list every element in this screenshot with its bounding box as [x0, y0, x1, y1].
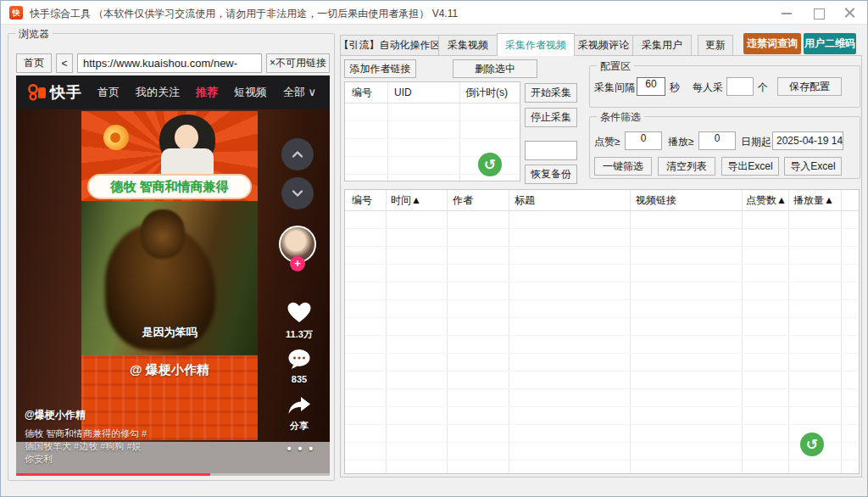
clear-list-button[interactable]: 清空列表	[658, 157, 715, 176]
prev-video-button[interactable]	[281, 138, 314, 170]
stop-collect-button[interactable]: 停止采集	[525, 108, 577, 127]
results-rows	[345, 211, 859, 474]
per-person-field[interactable]	[726, 77, 754, 96]
plays-filter-field[interactable]: 0	[698, 131, 736, 150]
per-unit-label: 个	[758, 81, 768, 95]
table-row	[345, 461, 859, 474]
tab-update[interactable]: 更新	[698, 35, 733, 55]
interval-field[interactable]: 60	[637, 77, 665, 96]
table-row	[345, 103, 520, 121]
col-title[interactable]: 标题	[515, 190, 535, 210]
nav-home[interactable]: 首页	[97, 85, 120, 100]
window-title: 快手综合工具 （本软件仅供学习交流使用，请勿用于非法用途，一切后果由使用者承担）…	[30, 7, 458, 21]
date-from-label: 日期起	[741, 135, 771, 149]
author-name[interactable]: @爆梗小作精	[25, 408, 262, 422]
video-byline: @ 爆梗小作精	[81, 362, 258, 378]
video-caption: @爆梗小作精 德牧 智商和情商兼得的修勾 # 德国牧羊犬 #边牧 #狗狗 #娱 …	[25, 408, 262, 466]
plays-filter-label: 播放≥	[668, 135, 694, 149]
col-countdown: 倒计时(s)	[465, 82, 508, 103]
config-group-label: 配置区	[597, 59, 634, 74]
back-button[interactable]: <	[56, 53, 73, 73]
heart-icon	[287, 301, 312, 324]
col-likes-sort[interactable]: 点赞数▲	[746, 190, 787, 210]
next-video-button[interactable]	[281, 177, 314, 209]
author-avatar[interactable]: +	[279, 226, 320, 263]
nav-all-dropdown[interactable]: 全部 ∨	[283, 85, 316, 100]
home-button[interactable]: 首页	[16, 53, 52, 73]
import-excel-button[interactable]: 导入Excel	[784, 157, 842, 176]
user-qr-button[interactable]: 用户二维码	[804, 33, 856, 54]
save-config-button[interactable]: 保存配置	[777, 77, 842, 96]
table-row	[345, 300, 859, 318]
url-input[interactable]: https://www.kuaishou.com/new-reco	[77, 53, 262, 73]
chevron-down-icon: ▼	[843, 137, 843, 145]
table-row	[345, 407, 859, 425]
table-row	[345, 336, 859, 354]
results-table[interactable]: 编号 时间▲ 作者 标题 视频链接 点赞数▲ 播放量▲	[344, 189, 860, 474]
start-collect-button[interactable]: 开始采集	[525, 83, 577, 103]
col-number[interactable]: 编号	[352, 190, 372, 210]
countdown-field[interactable]	[525, 141, 577, 160]
more-icon[interactable]: • • •	[286, 442, 316, 455]
delete-selected-button[interactable]: 删除选中	[453, 59, 537, 78]
follow-plus-icon[interactable]: +	[290, 256, 305, 271]
like-control[interactable]: 11.3万	[279, 301, 320, 341]
per-person-label: 每人采	[693, 81, 723, 95]
video-player[interactable]: 德牧 智商和情商兼得 是因为笨吗 @ 爆梗小作精 @爆梗小作精 德牧 智商和情商…	[16, 109, 330, 442]
share-arrow-icon	[287, 396, 311, 416]
col-plays-sort[interactable]: 播放量▲	[793, 190, 834, 210]
comment-control[interactable]: 835	[279, 349, 320, 384]
comment-icon	[287, 349, 311, 370]
tab-collect-comments[interactable]: 采视频评论	[574, 35, 633, 55]
app-logo-icon: 快	[9, 6, 23, 20]
col-video-link[interactable]: 视频链接	[636, 190, 676, 210]
table-row	[345, 282, 859, 300]
likes-filter-field[interactable]: 0	[625, 131, 662, 150]
kuaishou-logo-icon[interactable]: 快手	[28, 82, 82, 103]
like-count: 11.3万	[279, 328, 320, 341]
table-row	[345, 247, 859, 265]
maximize-icon[interactable]	[804, 1, 833, 25]
likes-filter-label: 点赞≥	[594, 135, 620, 149]
nav-recommend[interactable]: 推荐	[196, 85, 218, 100]
tab-collect-users[interactable]: 采集用户	[632, 35, 692, 55]
table-row	[345, 121, 520, 139]
video-subtitle: 是因为笨吗	[81, 325, 258, 340]
table-row	[345, 229, 859, 247]
restore-backup-button[interactable]: 恢复备份	[525, 165, 577, 184]
minimize-icon[interactable]	[772, 1, 801, 25]
share-control[interactable]: 分享	[279, 396, 320, 433]
col-time-sort[interactable]: 时间▲	[391, 190, 421, 210]
kuaishou-header: 快手 首页 我的关注 推荐 短视频 全部 ∨	[16, 75, 330, 109]
refresh-author-list-icon[interactable]: ↺	[478, 153, 502, 176]
refresh-results-icon[interactable]: ↺	[800, 433, 824, 456]
table-row	[345, 425, 859, 443]
app-window: 快 快手综合工具 （本软件仅供学习交流使用，请勿用于非法用途，一切后果由使用者承…	[0, 0, 868, 497]
browser-group-label: 浏览器	[15, 27, 53, 42]
share-label: 分享	[279, 420, 320, 433]
deadlink-button[interactable]: ×不可用链接	[266, 53, 330, 73]
date-from-value: 2025-04-19 14	[776, 135, 843, 147]
table-row	[345, 265, 859, 282]
filter-group-label: 条件筛选	[597, 110, 644, 125]
export-excel-button[interactable]: 导出Excel	[721, 157, 779, 176]
date-from-dropdown[interactable]: 2025-04-19 14 ▼	[772, 131, 843, 150]
banned-words-button[interactable]: 违禁词查询	[743, 33, 801, 54]
nav-shortvideo[interactable]: 短视频	[234, 85, 267, 100]
add-author-link-button[interactable]: 添加作者链接	[344, 59, 416, 78]
tab-collect-author-videos[interactable]: 采集作者视频	[497, 33, 575, 56]
tab-collect-videos[interactable]: 采集视频	[438, 35, 498, 55]
video-frame: 德牧 智商和情商兼得 是因为笨吗 @ 爆梗小作精	[81, 111, 258, 440]
title-bar: 快 快手综合工具 （本软件仅供学习交流使用，请勿用于非法用途，一切后果由使用者承…	[1, 1, 867, 25]
close-icon[interactable]	[835, 1, 864, 25]
kuaishou-nav: 首页 我的关注 推荐 短视频 全部 ∨	[97, 85, 316, 100]
table-row	[345, 318, 859, 336]
col-author[interactable]: 作者	[453, 190, 473, 210]
interval-unit-label: 秒	[670, 81, 680, 95]
video-title-banner: 德牧 智商和情商兼得	[87, 174, 252, 199]
col-uid: UID	[394, 82, 412, 103]
nav-following[interactable]: 我的关注	[136, 85, 180, 100]
tab-automation[interactable]: 【引流】自动化操作区	[340, 35, 439, 55]
browser-viewport: 快手 首页 我的关注 推荐 短视频 全部 ∨ 德牧 智商和情商兼得	[16, 75, 330, 476]
one-key-filter-button[interactable]: 一键筛选	[594, 157, 652, 176]
